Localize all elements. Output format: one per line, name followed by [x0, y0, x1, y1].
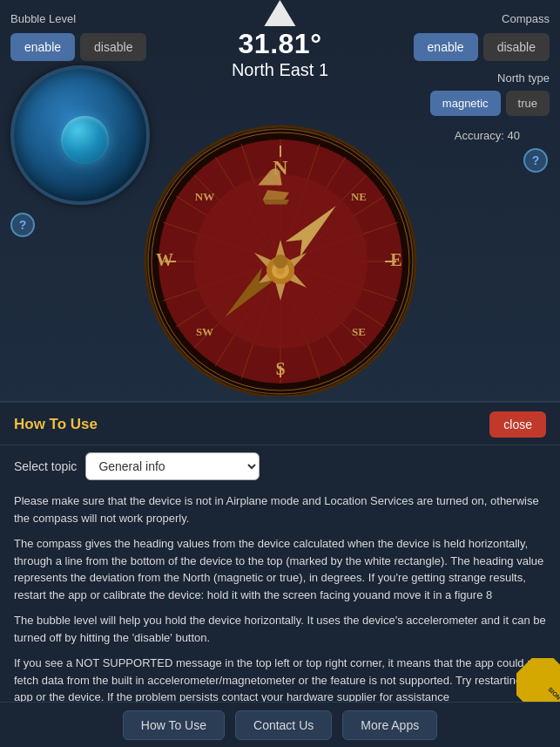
- contact-us-button[interactable]: Contact Us: [235, 710, 332, 740]
- north-type-buttons: magnetic true: [430, 91, 550, 116]
- svg-text:SE: SE: [352, 325, 366, 338]
- north-type-label: North type: [497, 71, 550, 85]
- bubble-level-label: Bubble Level: [10, 12, 76, 25]
- heading-value: 31.81°: [232, 28, 328, 60]
- topic-select[interactable]: General info: [85, 452, 260, 480]
- how-to-use-footer-button[interactable]: How To Use: [123, 710, 225, 740]
- how-to-use-header: How To Use close: [0, 403, 560, 445]
- svg-text:E: E: [390, 250, 401, 269]
- paragraph-3: The bubble level will help you hold the …: [14, 612, 546, 646]
- compass-disable-button[interactable]: disable: [483, 33, 550, 61]
- corner-badge: SION: [516, 658, 560, 702]
- accuracy-text: Accuracy: 40: [455, 129, 520, 142]
- paragraph-2: The compass gives the heading values fro…: [14, 535, 546, 603]
- svg-text:S: S: [275, 359, 285, 378]
- compass-buttons: enable disable: [414, 33, 550, 61]
- bubble-buttons: enable disable: [10, 33, 146, 61]
- bubble-indicator: [61, 116, 109, 164]
- paragraph-4: If you see a NOT SUPPORTED message in th…: [14, 655, 546, 706]
- svg-text:NW: NW: [194, 190, 213, 203]
- compass-image: N S E W NE NW SE SW: [115, 105, 446, 401]
- true-button[interactable]: true: [506, 91, 550, 116]
- topic-row: Select topic General info: [0, 445, 560, 487]
- compass-label: Compass: [502, 12, 550, 25]
- compass-enable-button[interactable]: enable: [414, 33, 478, 61]
- content-area: Please make sure that the device is not …: [0, 487, 560, 718]
- paragraph-1: Please make sure that the device is not …: [14, 492, 546, 526]
- compass-svg: N S E W NE NW SE SW: [128, 109, 433, 397]
- close-button[interactable]: close: [489, 411, 546, 438]
- bubble-enable-button[interactable]: enable: [10, 33, 75, 61]
- more-apps-button[interactable]: More Apps: [342, 710, 437, 740]
- svg-text:W: W: [156, 250, 173, 269]
- svg-text:NE: NE: [350, 190, 366, 203]
- svg-text:SW: SW: [195, 325, 213, 338]
- how-to-use-title: How To Use: [14, 416, 98, 433]
- north-arrow-icon: [264, 0, 295, 26]
- top-section: Bubble Level enable disable ? 31.81° Nor…: [0, 0, 560, 401]
- bubble-disable-button[interactable]: disable: [80, 33, 146, 61]
- bottom-panel: How To Use close Select topic General in…: [0, 401, 560, 747]
- heading-display: 31.81° North East 1: [232, 0, 328, 80]
- heading-direction: North East 1: [232, 60, 328, 80]
- bubble-help-icon[interactable]: ?: [10, 213, 35, 237]
- compass-help-icon[interactable]: ?: [523, 148, 548, 173]
- footer-nav: How To Use Contact Us More Apps: [0, 702, 560, 747]
- select-topic-label: Select topic: [14, 459, 77, 473]
